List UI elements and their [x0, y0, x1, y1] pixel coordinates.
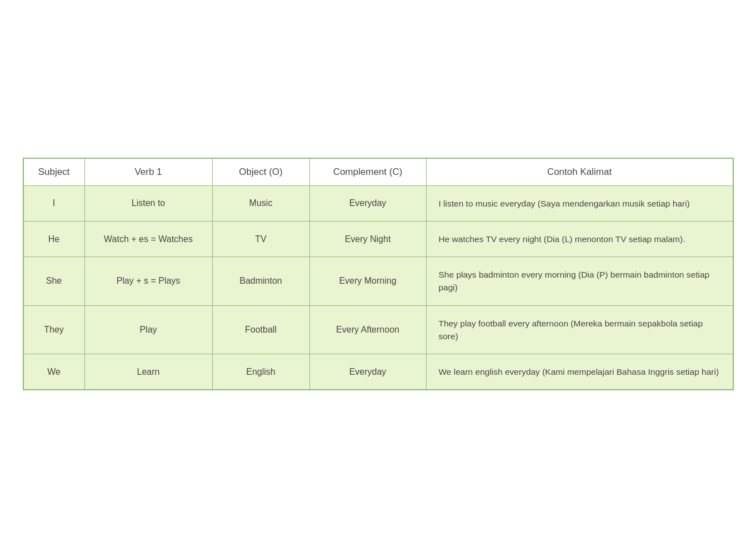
cell-subject: She — [23, 257, 84, 306]
cell-verb: Play + s = Plays — [84, 257, 212, 306]
cell-object: Football — [212, 305, 309, 354]
cell-complement: Every Night — [309, 221, 426, 257]
cell-verb: Play — [84, 305, 212, 354]
cell-subject: They — [23, 305, 84, 354]
cell-verb: Listen to — [84, 185, 212, 221]
cell-example: He watches TV every night (Dia (L) menon… — [426, 221, 733, 257]
header-subject: Subject — [23, 158, 84, 185]
main-table-container: Subject Verb 1 Object (O) Complement (C)… — [23, 158, 734, 391]
cell-example: I listen to music everyday (Saya mendeng… — [426, 185, 733, 221]
header-verb: Verb 1 — [84, 158, 212, 185]
table-row: ShePlay + s = PlaysBadmintonEvery Mornin… — [23, 257, 733, 306]
cell-example: They play football every afternoon (Mere… — [426, 305, 733, 354]
table-row: HeWatch + es = WatchesTVEvery NightHe wa… — [23, 221, 733, 257]
table-row: TheyPlayFootballEvery AfternoonThey play… — [23, 305, 733, 354]
cell-example: We learn english everyday (Kami mempelaj… — [426, 354, 733, 390]
cell-object: Badminton — [212, 257, 309, 306]
header-object: Object (O) — [212, 158, 309, 185]
cell-object: English — [212, 354, 309, 390]
cell-subject: We — [23, 354, 84, 390]
cell-example: She plays badminton every morning (Dia (… — [426, 257, 733, 306]
cell-complement: Every Afternoon — [309, 305, 426, 354]
cell-verb: Watch + es = Watches — [84, 221, 212, 257]
grammar-table: Subject Verb 1 Object (O) Complement (C)… — [23, 158, 733, 390]
cell-object: TV — [212, 221, 309, 257]
cell-complement: Everyday — [309, 185, 426, 221]
table-row: IListen toMusicEverydayI listen to music… — [23, 185, 733, 221]
table-body: IListen toMusicEverydayI listen to music… — [23, 185, 733, 390]
cell-subject: I — [23, 185, 84, 221]
header-example: Contoh Kalimat — [426, 158, 733, 185]
cell-subject: He — [23, 221, 84, 257]
cell-complement: Everyday — [309, 354, 426, 390]
table-row: WeLearnEnglishEverydayWe learn english e… — [23, 354, 733, 390]
header-complement: Complement (C) — [309, 158, 426, 185]
cell-object: Music — [212, 185, 309, 221]
cell-verb: Learn — [84, 354, 212, 390]
cell-complement: Every Morning — [309, 257, 426, 306]
header-row: Subject Verb 1 Object (O) Complement (C)… — [23, 158, 733, 185]
